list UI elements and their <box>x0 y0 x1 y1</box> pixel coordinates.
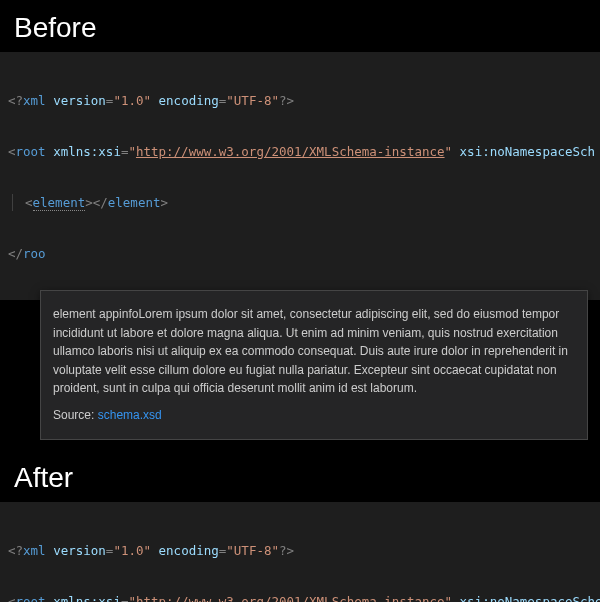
root-close-tag: roo <box>23 246 46 261</box>
code-line-2: <root xmlns:xsi="http://www.w3.org/2001/… <box>6 593 600 602</box>
attr-nonamespace: xsi:noNamespaceSch <box>460 144 595 159</box>
hover-tooltip-before: element appinfoLorem ipsum dolor sit ame… <box>40 290 588 440</box>
after-title: After <box>0 450 600 502</box>
val-encoding: "UTF-8" <box>226 93 279 108</box>
attr-encoding: encoding <box>159 93 219 108</box>
element-tag-close: element <box>108 195 161 210</box>
xml-decl-open: <? <box>8 93 23 108</box>
code-line-4: </roo <box>6 245 600 262</box>
code-line-3: <element></element> <box>6 194 600 211</box>
xml-decl-tag: xml <box>23 93 46 108</box>
code-line-2: <root xmlns:xsi="http://www.w3.org/2001/… <box>6 143 600 160</box>
element-tag-open[interactable]: element <box>33 195 86 211</box>
xml-decl-close: ?> <box>279 93 294 108</box>
val-version: "1.0" <box>113 93 151 108</box>
attr-version: version <box>53 93 106 108</box>
attr-xmlns-xsi: xmlns:xsi <box>53 144 121 159</box>
root-tag: root <box>16 144 46 159</box>
code-line-1: <?xml version="1.0" encoding="UTF-8"?> <box>6 92 600 109</box>
before-code-editor[interactable]: <?xml version="1.0" encoding="UTF-8"?> <… <box>0 52 600 300</box>
after-section: After <?xml version="1.0" encoding="UTF-… <box>0 450 600 602</box>
hover-text-before: element appinfoLorem ipsum dolor sit ame… <box>53 305 575 398</box>
after-code-editor[interactable]: <?xml version="1.0" encoding="UTF-8"?> <… <box>0 502 600 602</box>
before-title: Before <box>0 0 600 52</box>
source-link-before[interactable]: schema.xsd <box>98 408 162 422</box>
schema-url-link[interactable]: http://www.w3.org/2001/XMLSchema-instanc… <box>136 144 445 159</box>
hover-source-before: Source: schema.xsd <box>53 406 575 425</box>
code-line-1: <?xml version="1.0" encoding="UTF-8"?> <box>6 542 600 559</box>
schema-url-link[interactable]: http://www.w3.org/2001/XMLSchema-instanc… <box>136 594 445 602</box>
before-section: Before <?xml version="1.0" encoding="UTF… <box>0 0 600 440</box>
